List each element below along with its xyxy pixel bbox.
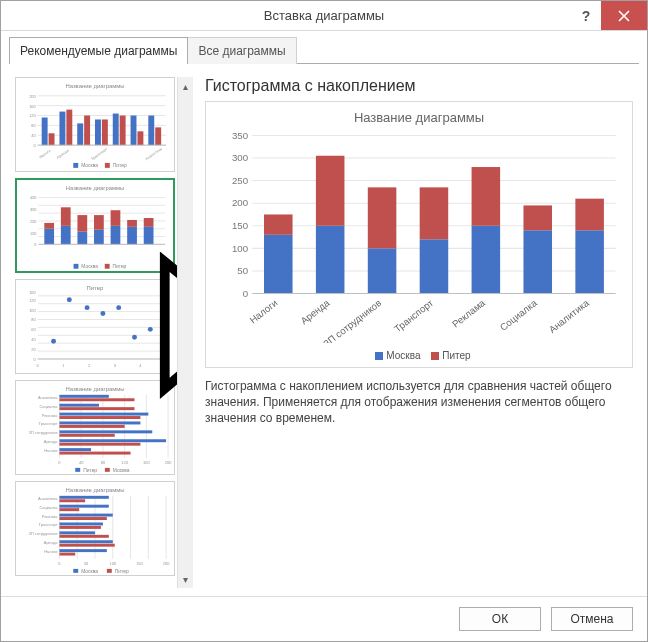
svg-rect-196 xyxy=(316,156,345,226)
svg-text:Налоги: Налоги xyxy=(247,297,279,326)
svg-rect-198 xyxy=(368,248,397,293)
svg-text:150: 150 xyxy=(232,220,248,231)
svg-text:0: 0 xyxy=(37,363,40,368)
svg-text:50: 50 xyxy=(84,561,89,566)
svg-text:Аналитика: Аналитика xyxy=(144,146,163,162)
svg-rect-207 xyxy=(523,230,552,293)
svg-text:120: 120 xyxy=(29,298,36,303)
svg-text:100: 100 xyxy=(109,561,116,566)
help-button[interactable]: ? xyxy=(571,1,601,30)
svg-text:100: 100 xyxy=(30,230,36,235)
chart-type-heading: Гистограмма с накоплением xyxy=(205,77,633,95)
svg-text:Название диаграммы: Название диаграммы xyxy=(66,185,124,191)
svg-text:2: 2 xyxy=(88,363,90,368)
svg-text:200: 200 xyxy=(163,561,170,566)
svg-rect-195 xyxy=(316,226,345,294)
chart-thumbnail-pane: Название диаграммы 04080 120160200 xyxy=(15,77,193,588)
svg-rect-114 xyxy=(59,395,108,398)
chart-thumb-clustered-column[interactable]: Название диаграммы 04080 120160200 xyxy=(15,77,175,172)
svg-rect-24 xyxy=(137,131,143,145)
svg-point-87 xyxy=(67,298,72,303)
svg-rect-53 xyxy=(77,231,87,244)
svg-text:250: 250 xyxy=(232,175,248,186)
svg-text:Название диаграммы: Название диаграммы xyxy=(65,487,124,493)
svg-text:Транспорт: Транспорт xyxy=(90,146,109,161)
svg-rect-56 xyxy=(94,215,104,230)
svg-rect-201 xyxy=(420,239,449,293)
svg-text:300: 300 xyxy=(232,152,248,163)
svg-rect-66 xyxy=(105,264,110,269)
svg-text:400: 400 xyxy=(30,195,36,200)
svg-rect-163 xyxy=(59,540,112,543)
svg-text:80: 80 xyxy=(101,460,106,465)
tab-recommended[interactable]: Рекомендуемые диаграммы xyxy=(9,37,188,64)
svg-point-89 xyxy=(100,312,105,317)
tab-all-charts[interactable]: Все диаграммы xyxy=(187,37,296,64)
svg-rect-122 xyxy=(59,431,152,434)
tab-strip: Рекомендуемые диаграммы Все диаграммы xyxy=(1,31,647,64)
svg-rect-59 xyxy=(127,227,137,245)
ok-button[interactable]: ОК xyxy=(459,607,541,631)
chart-thumb-stacked-column[interactable]: Название диаграммы 0100200 300400 xyxy=(15,178,175,274)
svg-rect-22 xyxy=(120,116,126,146)
svg-text:0: 0 xyxy=(58,561,61,566)
svg-text:Налоги: Налоги xyxy=(38,148,52,160)
svg-text:ЗП сотрудников: ЗП сотрудников xyxy=(29,531,58,536)
svg-text:0: 0 xyxy=(243,288,248,299)
scroll-up-icon[interactable]: ▴ xyxy=(178,77,193,95)
svg-text:Москва: Москва xyxy=(81,163,98,168)
svg-rect-117 xyxy=(59,407,134,410)
svg-text:160: 160 xyxy=(29,104,36,109)
svg-text:200: 200 xyxy=(165,460,172,465)
chart-thumb-scatter[interactable]: Питер 02040 6080100 120160 xyxy=(15,279,175,374)
svg-text:Налоги: Налоги xyxy=(44,549,57,554)
svg-point-90 xyxy=(116,306,121,311)
svg-text:Москва: Москва xyxy=(81,569,98,574)
scroll-down-icon[interactable]: ▾ xyxy=(178,570,193,588)
svg-rect-124 xyxy=(59,440,166,443)
svg-text:Москва: Москва xyxy=(113,468,130,473)
svg-point-86 xyxy=(51,339,56,344)
svg-rect-174 xyxy=(107,569,112,573)
svg-rect-120 xyxy=(59,422,140,425)
svg-rect-116 xyxy=(59,404,98,407)
svg-text:80: 80 xyxy=(31,123,36,128)
insert-chart-dialog: Вставка диаграммы ? Рекомендуемые диагра… xyxy=(0,0,648,642)
svg-rect-25 xyxy=(148,116,154,146)
svg-rect-192 xyxy=(264,235,293,294)
svg-rect-208 xyxy=(523,205,552,230)
svg-text:120: 120 xyxy=(121,460,128,465)
svg-text:Транспорт: Транспорт xyxy=(39,422,58,427)
svg-rect-55 xyxy=(94,230,104,245)
svg-rect-64 xyxy=(74,264,79,269)
svg-text:0: 0 xyxy=(58,460,61,465)
svg-rect-32 xyxy=(73,163,78,168)
svg-rect-125 xyxy=(59,443,140,446)
svg-rect-164 xyxy=(59,544,114,547)
close-button[interactable] xyxy=(601,1,647,30)
chart-title: Название диаграммы xyxy=(216,110,622,125)
thumbnail-scrollbar[interactable]: ▴ ▾ xyxy=(177,77,193,588)
svg-text:150: 150 xyxy=(136,561,143,566)
chart-thumb-clustered-bar-2[interactable]: Название диаграммы АналитикаСоциалка Рек… xyxy=(15,481,175,576)
svg-text:Название диаграммы: Название диаграммы xyxy=(65,83,124,89)
svg-rect-115 xyxy=(59,399,134,402)
svg-text:40: 40 xyxy=(31,338,36,343)
chart-thumb-clustered-bar-1[interactable]: Название диаграммы АналитикаСоциалка Рек… xyxy=(15,380,175,475)
svg-text:100: 100 xyxy=(232,243,248,254)
svg-rect-54 xyxy=(77,215,87,232)
svg-text:Реклама: Реклама xyxy=(450,297,488,330)
svg-rect-60 xyxy=(127,220,137,227)
svg-text:1: 1 xyxy=(62,363,64,368)
svg-text:ЗП сотрудников: ЗП сотрудников xyxy=(321,297,383,343)
svg-rect-15 xyxy=(59,112,65,146)
svg-text:Аналитика: Аналитика xyxy=(547,297,592,335)
svg-text:3: 3 xyxy=(114,363,117,368)
cancel-button[interactable]: Отмена xyxy=(551,607,633,631)
svg-rect-123 xyxy=(59,434,114,437)
svg-text:Питер: Питер xyxy=(113,264,127,269)
dialog-title: Вставка диаграммы xyxy=(1,8,647,23)
svg-rect-153 xyxy=(59,496,108,499)
chart-preview: Название диаграммы 050100150200250300350… xyxy=(205,101,633,368)
svg-text:200: 200 xyxy=(232,197,248,208)
